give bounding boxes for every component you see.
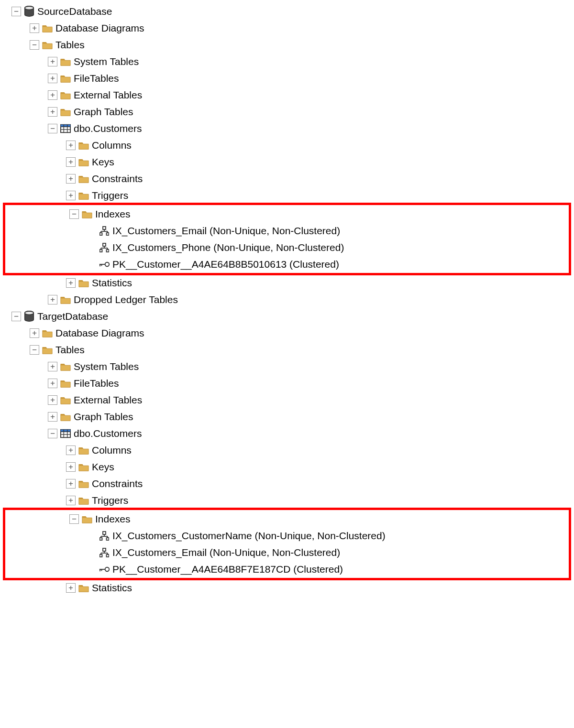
tree-node[interactable]: +Dropped Ledger Tables	[3, 291, 571, 308]
tree-expand-toggle[interactable]: +	[48, 57, 57, 66]
tree-expand-toggle[interactable]: +	[48, 395, 57, 405]
highlight-box: −IndexesIX_Customers_CustomerName (Non-U…	[3, 508, 571, 580]
tree-node[interactable]: +Keys	[3, 153, 571, 170]
tree-expand-toggle[interactable]: +	[48, 412, 57, 422]
highlight-box: −IndexesIX_Customers_Email (Non-Unique, …	[3, 203, 571, 275]
tree-expand-toggle[interactable]: +	[48, 379, 57, 388]
tree-node[interactable]: −Indexes	[6, 511, 568, 527]
folder-icon	[42, 23, 53, 33]
tree-node-leaf[interactable]: PK__Customer__A4AE64B8F7E187CD (Clustere…	[6, 561, 568, 577]
tree-node-label: Database Diagrams	[55, 20, 144, 37]
tree-node[interactable]: −dbo.Customers	[3, 120, 571, 137]
tree-node[interactable]: +Database Diagrams	[3, 325, 571, 341]
tree-node-label: Triggers	[92, 187, 128, 204]
tree-node-label: Constraints	[92, 475, 143, 492]
tree-collapse-toggle[interactable]: −	[69, 209, 79, 219]
tree-node[interactable]: +Triggers	[3, 187, 571, 204]
tree-node[interactable]: +Graph Tables	[3, 408, 571, 425]
tree-node-label: IX_Customers_Email (Non-Unique, Non-Clus…	[112, 544, 340, 561]
tree-expand-toggle[interactable]: +	[66, 174, 76, 184]
tree-node[interactable]: +Constraints	[3, 475, 571, 492]
tree-node[interactable]: +Constraints	[3, 170, 571, 187]
tree-expand-toggle[interactable]: +	[66, 583, 76, 593]
tree-expand-toggle[interactable]: +	[30, 328, 39, 338]
tree-node-leaf[interactable]: IX_Customers_Email (Non-Unique, Non-Clus…	[6, 222, 568, 239]
tree-expand-toggle[interactable]: +	[48, 295, 57, 304]
tree-collapse-toggle[interactable]: −	[48, 124, 57, 133]
tree-collapse-toggle[interactable]: −	[11, 7, 21, 16]
tree-node[interactable]: +Statistics	[3, 579, 571, 596]
tree-node[interactable]: +Database Diagrams	[3, 20, 571, 36]
folder-icon	[78, 157, 89, 167]
tree-expand-toggle[interactable]: +	[30, 23, 39, 33]
tree-expand-toggle[interactable]: +	[66, 278, 76, 288]
tree-node[interactable]: +System Tables	[3, 53, 571, 70]
tree-expand-toggle[interactable]: +	[66, 141, 76, 150]
tree-node-leaf[interactable]: IX_Customers_Email (Non-Unique, Non-Clus…	[6, 544, 568, 561]
tree-node-label: FileTables	[74, 70, 119, 87]
index-icon	[99, 547, 110, 558]
tree-node-label: Indexes	[95, 511, 131, 528]
tree-collapse-toggle[interactable]: −	[30, 345, 39, 355]
tree-node-label: PK__Customer__A4AE64B8F7E187CD (Clustere…	[112, 561, 343, 578]
tree-node-label: Columns	[92, 137, 132, 154]
tree-node[interactable]: +Keys	[3, 458, 571, 475]
folder-icon	[78, 583, 89, 593]
tree-expand-toggle[interactable]: +	[66, 479, 76, 489]
tree-node-label: Statistics	[92, 579, 132, 597]
tree-node-label: dbo.Customers	[74, 120, 142, 137]
tree-node[interactable]: +FileTables	[3, 375, 571, 391]
tree-node-label: External Tables	[74, 87, 142, 104]
tree-node[interactable]: −Indexes	[6, 206, 568, 222]
tree-expand-toggle[interactable]: +	[66, 496, 76, 505]
tree-expand-toggle[interactable]: +	[66, 462, 76, 472]
tree-node-leaf[interactable]: IX_Customers_CustomerName (Non-Unique, N…	[6, 527, 568, 544]
folder-icon	[60, 412, 71, 422]
tree-expand-toggle[interactable]: +	[66, 157, 76, 167]
tree-node-label: Keys	[92, 458, 114, 476]
tree-node[interactable]: +Columns	[3, 442, 571, 458]
tree-node-label: External Tables	[74, 391, 142, 409]
tree-expand-toggle[interactable]: +	[66, 191, 76, 200]
folder-icon	[60, 107, 71, 117]
tree-node[interactable]: +Statistics	[3, 274, 571, 291]
table-icon	[60, 428, 71, 439]
tree-node-leaf[interactable]: IX_Customers_Phone (Non-Unique, Non-Clus…	[6, 239, 568, 256]
tree-node[interactable]: −Tables	[3, 36, 571, 53]
tree-expand-toggle[interactable]: +	[48, 362, 57, 371]
folder-icon	[78, 140, 89, 151]
tree-toggle-none	[88, 532, 96, 540]
tree-expand-toggle[interactable]: +	[48, 74, 57, 83]
tree-expand-toggle[interactable]: +	[66, 445, 76, 455]
tree-expand-toggle[interactable]: +	[48, 90, 57, 100]
tree-node-label: PK__Customer__A4AE64B8B5010613 (Clustere…	[112, 256, 339, 273]
tree-collapse-toggle[interactable]: −	[48, 429, 57, 438]
tree-expand-toggle[interactable]: +	[48, 107, 57, 117]
tree-toggle-none	[88, 227, 96, 235]
folder-icon	[60, 73, 71, 84]
folder-icon	[60, 56, 71, 67]
tree-node-label: TargetDatabase	[37, 308, 108, 325]
tree-node-label: IX_Customers_Email (Non-Unique, Non-Clus…	[112, 222, 340, 239]
tree-collapse-toggle[interactable]: −	[69, 514, 79, 524]
tree-node[interactable]: +Graph Tables	[3, 103, 571, 120]
tree-collapse-toggle[interactable]: −	[30, 40, 39, 50]
tree-node[interactable]: +FileTables	[3, 70, 571, 87]
object-explorer-tree: −SourceDatabase+Database Diagrams−Tables…	[3, 3, 571, 596]
tree-node[interactable]: −Tables	[3, 341, 571, 358]
tree-collapse-toggle[interactable]: −	[11, 312, 21, 321]
tree-node-leaf[interactable]: PK__Customer__A4AE64B8B5010613 (Clustere…	[6, 256, 568, 272]
tree-node[interactable]: +External Tables	[3, 87, 571, 103]
tree-node-database[interactable]: −SourceDatabase	[3, 3, 571, 20]
tree-node[interactable]: +External Tables	[3, 391, 571, 408]
tree-node[interactable]: +Columns	[3, 137, 571, 153]
folder-icon	[82, 514, 92, 524]
tree-node-label: FileTables	[74, 375, 119, 392]
tree-node-label: Dropped Ledger Tables	[74, 291, 178, 308]
folder-icon	[60, 90, 71, 100]
tree-node[interactable]: +Triggers	[3, 492, 571, 509]
tree-node[interactable]: +System Tables	[3, 358, 571, 375]
tree-node[interactable]: −dbo.Customers	[3, 425, 571, 442]
tree-node-database[interactable]: −TargetDatabase	[3, 308, 571, 325]
tree-node-label: Statistics	[92, 274, 132, 292]
